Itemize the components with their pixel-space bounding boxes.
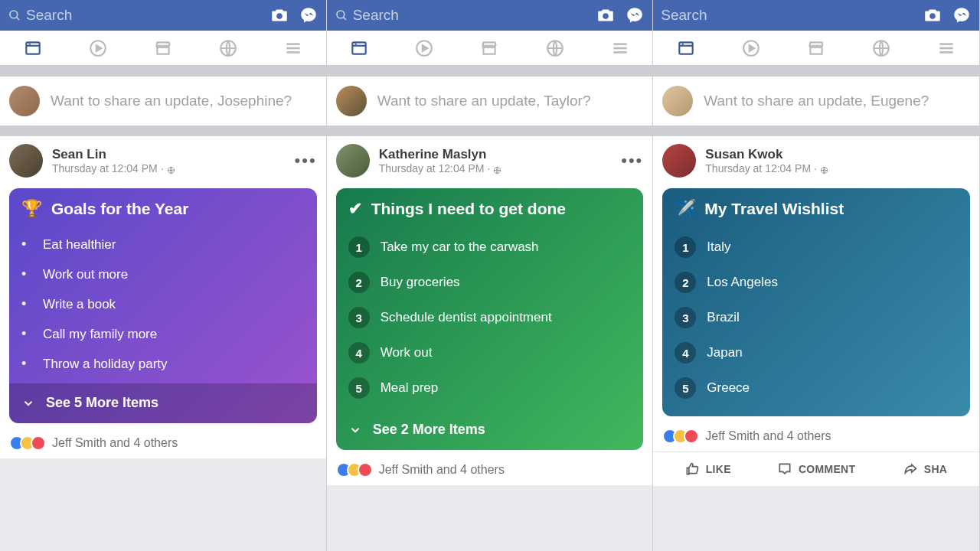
card-emoji: ✈️ bbox=[675, 199, 695, 219]
reaction-icons bbox=[662, 429, 699, 444]
see-more-button[interactable]: See 2 More Items bbox=[348, 410, 632, 450]
app-column-3: Want to share an update, Eugene? Susan K… bbox=[653, 0, 980, 551]
svg-point-2 bbox=[276, 13, 283, 19]
search-input[interactable] bbox=[26, 7, 260, 24]
user-avatar bbox=[336, 86, 367, 116]
list-item: • 2 Los Angeles bbox=[675, 265, 958, 300]
camera-icon[interactable] bbox=[270, 5, 289, 25]
search-field[interactable] bbox=[8, 7, 260, 24]
svg-point-26 bbox=[929, 13, 936, 19]
reactions-summary[interactable]: Jeff Smith and 4 others bbox=[0, 429, 326, 458]
tab-marketplace[interactable] bbox=[801, 33, 831, 64]
top-bar bbox=[0, 0, 326, 31]
svg-point-12 bbox=[337, 11, 345, 18]
separator bbox=[327, 66, 653, 77]
separator bbox=[653, 66, 979, 77]
list-item: • 4 Japan bbox=[675, 335, 958, 370]
tab-menu[interactable] bbox=[605, 33, 635, 64]
top-bar bbox=[653, 0, 979, 31]
search-input[interactable] bbox=[661, 7, 913, 24]
item-text: Buy groceries bbox=[381, 275, 460, 290]
see-more-button[interactable]: See 5 More Items bbox=[9, 383, 317, 423]
item-text: Brazil bbox=[707, 310, 740, 325]
tab-videos[interactable] bbox=[409, 33, 439, 64]
card-emoji: 🏆 bbox=[21, 199, 42, 219]
item-text: Throw a holiday party bbox=[43, 357, 168, 372]
post: Katherine Maslyn Thursday at 12:04 PM · … bbox=[327, 136, 653, 485]
item-number: 5 bbox=[675, 377, 696, 399]
app-column-1: Want to share an update, Josephine? Sean… bbox=[0, 0, 327, 551]
poster-name[interactable]: Sean Lin bbox=[52, 147, 286, 162]
poster-avatar[interactable] bbox=[336, 144, 370, 178]
separator bbox=[653, 126, 979, 136]
public-icon bbox=[167, 165, 175, 173]
post-timestamp: Thursday at 12:04 PM · bbox=[52, 162, 286, 174]
separator bbox=[0, 126, 326, 136]
love-reaction-icon bbox=[358, 462, 373, 478]
post-menu-button[interactable]: ••• bbox=[621, 157, 643, 165]
reactions-summary[interactable]: Jeff Smith and 4 others bbox=[653, 422, 979, 452]
reaction-icons bbox=[9, 435, 46, 451]
item-text: Eat healthier bbox=[43, 237, 116, 253]
app-column-2: Want to share an update, Taylor? Katheri… bbox=[327, 0, 654, 551]
status-composer[interactable]: Want to share an update, Josephine? bbox=[0, 77, 326, 126]
search-field[interactable] bbox=[335, 7, 587, 24]
tab-menu[interactable] bbox=[278, 33, 309, 64]
poster-name[interactable]: Katherine Maslyn bbox=[379, 147, 612, 162]
status-prompt: Want to share an update, Josephine? bbox=[51, 93, 292, 109]
top-bar bbox=[327, 0, 653, 31]
tab-menu[interactable] bbox=[931, 33, 962, 64]
item-number: 5 bbox=[348, 377, 370, 399]
share-button[interactable]: SHA bbox=[871, 452, 979, 486]
reactions-summary[interactable]: Jeff Smith and 4 others bbox=[327, 456, 653, 485]
poster-name[interactable]: Susan Kwok bbox=[705, 147, 970, 162]
tab-marketplace[interactable] bbox=[474, 33, 505, 64]
tab-notifications[interactable] bbox=[213, 33, 243, 64]
reactions-text: Jeff Smith and 4 others bbox=[52, 436, 178, 450]
love-reaction-icon bbox=[684, 429, 699, 444]
bullet-icon: • bbox=[21, 326, 32, 342]
bullet-icon: • bbox=[21, 296, 32, 312]
poster-avatar[interactable] bbox=[662, 144, 696, 178]
like-button[interactable]: LIKE bbox=[653, 452, 762, 486]
item-number: 2 bbox=[675, 272, 696, 293]
list-item: • 1 Take my car to the carwash bbox=[348, 230, 632, 265]
messenger-icon[interactable] bbox=[299, 5, 318, 25]
tab-videos[interactable] bbox=[736, 33, 766, 64]
tab-notifications[interactable] bbox=[540, 33, 570, 64]
reactions-text: Jeff Smith and 4 others bbox=[379, 463, 505, 477]
item-number: 2 bbox=[348, 272, 370, 293]
status-composer[interactable]: Want to share an update, Eugene? bbox=[653, 77, 979, 126]
messenger-icon[interactable] bbox=[952, 5, 972, 25]
tab-feed[interactable] bbox=[18, 33, 48, 64]
search-field[interactable] bbox=[661, 7, 913, 24]
bullet-icon: • bbox=[21, 356, 32, 372]
status-composer[interactable]: Want to share an update, Taylor? bbox=[327, 77, 653, 126]
list-item: • 5 Throw a holiday party bbox=[21, 349, 305, 379]
search-input[interactable] bbox=[353, 7, 587, 24]
item-number: 3 bbox=[348, 307, 370, 328]
list-item: • 5 Greece bbox=[675, 370, 958, 406]
svg-rect-3 bbox=[26, 42, 39, 54]
post-timestamp: Thursday at 12:04 PM · bbox=[379, 162, 612, 174]
list-item: • 3 Write a book bbox=[21, 289, 305, 319]
tab-marketplace[interactable] bbox=[148, 33, 178, 64]
item-number: 1 bbox=[675, 236, 696, 258]
list-item: • 1 Eat healthier bbox=[21, 230, 305, 259]
svg-rect-15 bbox=[353, 42, 366, 54]
tab-feed[interactable] bbox=[671, 33, 701, 64]
tab-notifications[interactable] bbox=[866, 33, 897, 64]
user-avatar bbox=[662, 86, 693, 116]
poster-avatar[interactable] bbox=[9, 144, 43, 178]
tab-feed[interactable] bbox=[344, 33, 374, 64]
messenger-icon[interactable] bbox=[625, 5, 645, 25]
love-reaction-icon bbox=[31, 435, 46, 451]
tab-videos[interactable] bbox=[83, 33, 113, 64]
status-prompt: Want to share an update, Eugene? bbox=[704, 93, 929, 109]
camera-icon[interactable] bbox=[596, 5, 616, 25]
post-menu-button[interactable]: ••• bbox=[295, 157, 317, 165]
camera-icon[interactable] bbox=[923, 5, 942, 25]
comment-button[interactable]: COMMENT bbox=[762, 452, 871, 486]
nav-tabs bbox=[0, 31, 326, 66]
item-text: Greece bbox=[707, 380, 750, 396]
